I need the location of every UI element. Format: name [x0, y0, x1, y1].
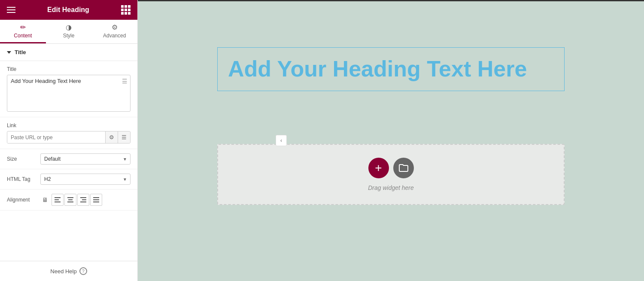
link-settings-icon[interactable]: ⚙: [105, 131, 118, 143]
size-select-wrap: Default Small Medium Large XL XXL ▼: [40, 153, 131, 165]
panel-body: Title Title ☰ Link ⚙ ☰ Size Default: [0, 44, 137, 261]
html-tag-label: HTML Tag: [7, 176, 37, 182]
hamburger-icon[interactable]: [7, 7, 15, 13]
collapse-panel-button[interactable]: ‹: [276, 135, 287, 146]
title-label: Title: [7, 66, 131, 72]
folder-widget-button[interactable]: [393, 158, 414, 178]
html-tag-select-wrap: H1 H2 H3 H4 H5 H6 div span p ▼: [40, 174, 131, 185]
tab-content-label: Content: [14, 33, 32, 39]
link-label: Link: [7, 122, 131, 128]
svg-rect-0: [55, 197, 61, 198]
link-dynamic-icon[interactable]: ☰: [118, 131, 130, 143]
title-textarea-wrap: ☰: [7, 75, 131, 112]
panel-tabs: ✏ Content ◑ Style ⚙ Advanced: [0, 20, 137, 44]
title-textarea[interactable]: [7, 75, 130, 110]
panel-footer: Need Help ?: [0, 261, 137, 281]
section-title: Title: [0, 44, 137, 61]
left-panel: Edit Heading ✏ Content ◑ Style ⚙ Advance…: [0, 0, 138, 281]
responsive-icon: 🖥: [42, 196, 48, 203]
style-icon: ◑: [66, 24, 72, 31]
tab-advanced-label: Advanced: [103, 33, 126, 39]
size-field-row: Size Default Small Medium Large XL XXL ▼: [0, 149, 137, 169]
align-right-button[interactable]: [77, 194, 89, 206]
svg-rect-9: [93, 197, 99, 198]
alignment-field-row: Alignment 🖥: [0, 189, 137, 211]
tab-advanced[interactable]: ⚙ Advanced: [91, 20, 137, 43]
gear-icon: ⚙: [112, 24, 118, 31]
tab-style-label: Style: [63, 33, 75, 39]
pencil-icon: ✏: [20, 24, 26, 31]
title-field-section: Title ☰: [0, 61, 137, 117]
help-icon[interactable]: ?: [79, 267, 87, 275]
svg-rect-1: [55, 199, 59, 200]
grid-icon[interactable]: [121, 5, 131, 15]
alignment-label: Alignment: [7, 197, 37, 203]
align-justify-button[interactable]: [90, 194, 102, 206]
canvas-top-line: [138, 0, 644, 1]
svg-rect-8: [80, 202, 86, 202]
svg-rect-2: [55, 202, 61, 202]
section-title-text: Title: [15, 49, 26, 55]
alignment-buttons: [52, 194, 102, 206]
tab-content[interactable]: ✏ Content: [0, 20, 46, 43]
svg-rect-3: [67, 197, 73, 198]
panel-title: Edit Heading: [47, 6, 89, 14]
size-select[interactable]: Default Small Medium Large XL XXL: [40, 153, 131, 165]
align-left-button[interactable]: [52, 194, 64, 206]
svg-rect-11: [93, 202, 99, 202]
link-input-wrap: ⚙ ☰: [7, 131, 131, 144]
need-help-label: Need Help: [50, 268, 76, 275]
svg-rect-7: [82, 199, 86, 200]
chevron-down-icon[interactable]: [7, 51, 11, 54]
drag-widget-area[interactable]: + Drag widget here: [217, 144, 565, 205]
svg-rect-5: [67, 202, 73, 202]
panel-header: Edit Heading: [0, 0, 137, 20]
tab-style[interactable]: ◑ Style: [46, 20, 92, 43]
size-label: Size: [7, 156, 37, 162]
heading-display-text: Add Your Heading Text Here: [228, 56, 554, 82]
svg-rect-10: [93, 199, 99, 200]
link-field-section: Link ⚙ ☰: [0, 117, 137, 149]
drag-widget-text: Drag widget here: [368, 184, 414, 191]
text-align-icon[interactable]: ☰: [122, 78, 128, 85]
align-center-button[interactable]: [64, 194, 76, 206]
add-widget-button[interactable]: +: [368, 158, 389, 178]
drag-action-buttons: +: [368, 158, 414, 178]
heading-widget[interactable]: Add Your Heading Text Here: [217, 47, 565, 91]
html-tag-field-row: HTML Tag H1 H2 H3 H4 H5 H6 div span p ▼: [0, 169, 137, 189]
svg-rect-6: [80, 197, 86, 198]
link-input[interactable]: [7, 132, 105, 143]
main-canvas: Add Your Heading Text Here + Drag widget…: [138, 0, 644, 281]
html-tag-select[interactable]: H1 H2 H3 H4 H5 H6 div span p: [40, 174, 131, 185]
svg-rect-4: [68, 199, 73, 200]
